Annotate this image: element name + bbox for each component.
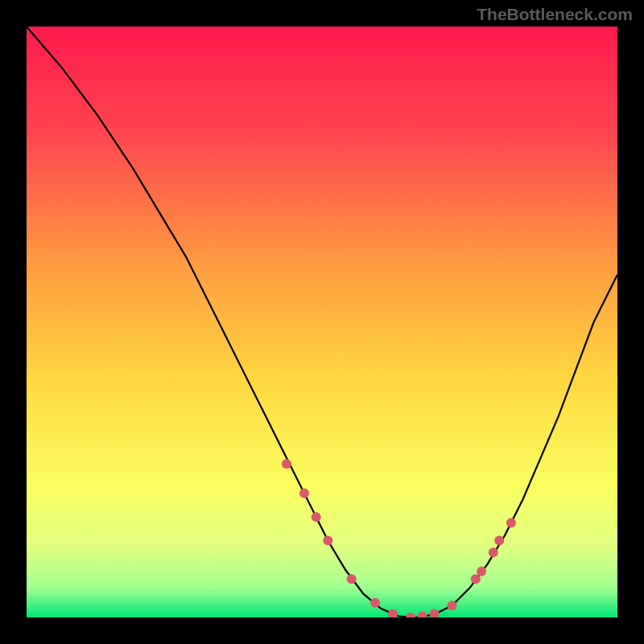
data-marker [471,574,481,584]
chart-area [27,27,617,617]
data-marker [299,489,309,498]
data-marker [347,574,357,584]
data-marker [477,567,486,576]
data-marker [494,536,504,546]
chart-svg [27,27,617,617]
data-marker [282,459,291,469]
data-marker [506,518,516,528]
data-marker [312,512,321,522]
data-marker [489,547,498,557]
data-marker [447,601,456,610]
data-marker [370,598,380,608]
data-marker [323,536,332,546]
watermark-text: TheBottleneck.com [477,5,633,24]
